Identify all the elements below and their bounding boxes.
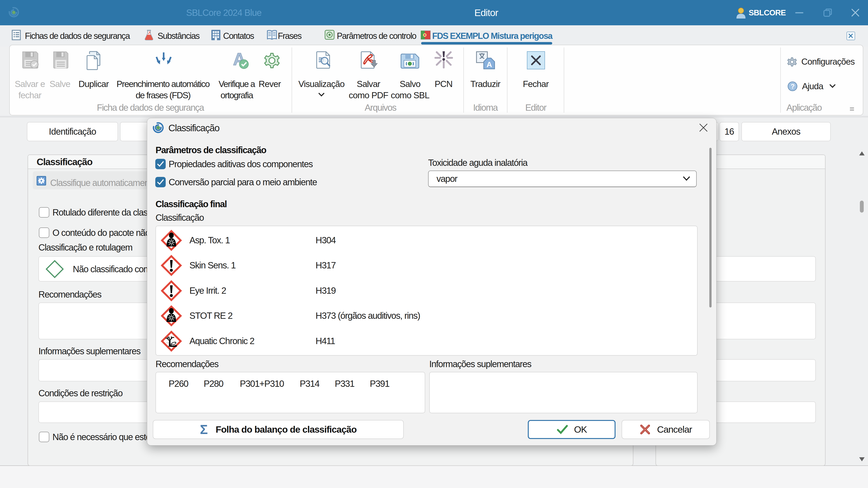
svg-text:A: A <box>487 60 492 69</box>
svg-text:?: ? <box>790 83 794 90</box>
